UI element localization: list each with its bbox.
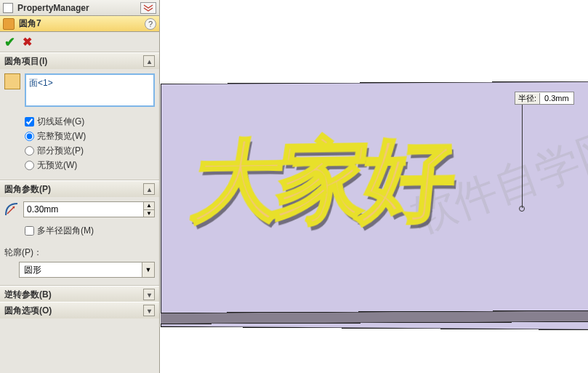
section-title-options: 圆角选项(O) [4, 305, 52, 317]
viewport-3d[interactable]: 软件自学网 大家好 半径: 0.3mm [161, 0, 588, 373]
selection-box[interactable]: 面<1> [25, 73, 155, 107]
radius-callout[interactable]: 半径: 0.3mm [515, 92, 574, 105]
radius-icon [4, 202, 19, 217]
selection-item[interactable]: 面<1> [29, 76, 150, 90]
ok-button[interactable]: ✔ [4, 34, 15, 50]
face-select-icon[interactable] [4, 73, 20, 89]
multi-radius-checkbox[interactable] [25, 226, 34, 236]
profile-dropdown[interactable]: 圆形 ▼ [19, 262, 155, 278]
radius-spinner[interactable]: ▲ ▼ [23, 201, 155, 217]
callout-label: 半径: [515, 93, 540, 104]
spin-down-button[interactable]: ▼ [143, 209, 155, 218]
no-preview-label: 无预览(W) [37, 159, 77, 172]
profile-value: 圆形 [19, 262, 142, 278]
cancel-button[interactable]: ✖ [23, 35, 32, 49]
spin-up-button[interactable]: ▲ [143, 201, 155, 209]
chevron-up-icon[interactable]: ▴ [143, 183, 155, 195]
chevron-up-icon[interactable]: ▴ [143, 55, 155, 67]
tangent-propagation-checkbox[interactable] [25, 117, 34, 127]
section-fillet-items: 圆角项目(I) ▴ 面<1> 切线延伸(G) 完整预览(W) [0, 52, 159, 180]
section-fillet-params: 圆角参数(P) ▴ ▲ ▼ 多半径圆角(M) 轮廓(P)： [0, 180, 159, 286]
tangent-label: 切线延伸(G) [37, 116, 84, 128]
feature-name: 圆角7 [19, 17, 145, 30]
full-preview-label: 完整预览(W) [37, 130, 86, 143]
plate-side-face[interactable] [161, 310, 588, 324]
partial-preview-label: 部分预览(P) [37, 145, 84, 157]
chevron-down-icon[interactable]: ▾ [143, 305, 155, 316]
confirm-bar: ✔ ✖ [0, 32, 159, 52]
section-title-items: 圆角项目(I) [4, 55, 47, 68]
pm-header: PropertyManager [0, 0, 159, 16]
collapse-panel-icon[interactable] [140, 2, 156, 14]
profile-label: 轮廓(P)： [4, 247, 42, 257]
tab-icon[interactable] [3, 3, 13, 13]
section-head-items[interactable]: 圆角项目(I) ▴ [0, 53, 159, 69]
section-head-params[interactable]: 圆角参数(P) ▴ [0, 181, 159, 197]
fillet-feature-icon [3, 18, 15, 30]
section-title-params: 圆角参数(P) [4, 183, 51, 196]
radius-input[interactable] [23, 201, 143, 217]
full-preview-radio[interactable] [25, 132, 34, 141]
chevron-down-icon[interactable]: ▾ [143, 289, 155, 300]
chevron-down-icon[interactable]: ▼ [142, 262, 155, 278]
section-title-reverse: 逆转参数(B) [4, 289, 52, 301]
section-head-options[interactable]: 圆角选项(O) ▾ [0, 302, 159, 318]
extruded-text[interactable]: 大家好 [182, 119, 454, 244]
callout-leader [522, 105, 523, 208]
section-reverse: 逆转参数(B) ▾ [0, 286, 159, 302]
partial-preview-radio[interactable] [25, 146, 34, 156]
multi-radius-label: 多半径圆角(M) [37, 225, 94, 237]
property-manager-panel: PropertyManager 圆角7 ? ✔ ✖ 圆角项目(I) ▴ 面<1> [0, 0, 160, 373]
callout-value[interactable]: 0.3mm [540, 94, 573, 103]
pm-title: PropertyManager [17, 3, 140, 13]
section-options: 圆角选项(O) ▾ [0, 302, 159, 318]
section-head-reverse[interactable]: 逆转参数(B) ▾ [0, 286, 159, 302]
callout-anchor-icon [519, 206, 525, 212]
help-icon[interactable]: ? [145, 18, 156, 30]
no-preview-radio[interactable] [25, 161, 34, 170]
feature-bar: 圆角7 ? [0, 16, 159, 32]
